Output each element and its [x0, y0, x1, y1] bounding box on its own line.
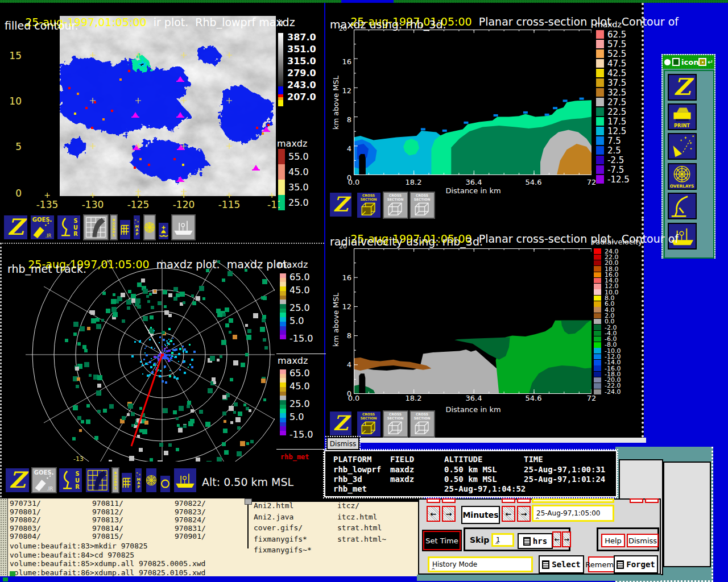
- bounds-button[interactable]: BOUNDS: [111, 467, 119, 493]
- x-tick-label: 36.4: [460, 178, 488, 186]
- clipped-button[interactable]: [427, 498, 440, 503]
- zebra-logo-button[interactable]: Z: [668, 74, 697, 101]
- svg-text:P: P: [135, 232, 138, 236]
- map-button[interactable]: MAP: [134, 467, 143, 493]
- svg-text:GOES: GOES: [32, 217, 50, 223]
- zebra-logo-button[interactable]: Z: [5, 467, 30, 493]
- ship-button[interactable]: [171, 214, 196, 240]
- cross-section-button[interactable]: CROSSSECTION: [383, 410, 408, 438]
- clipped-button[interactable]: [630, 498, 643, 503]
- terminal-line: volume:beaufait:85>xdump.all 970825.0005…: [10, 559, 205, 568]
- circle-button[interactable]: [159, 475, 171, 493]
- step-back-button[interactable]: ←: [552, 531, 561, 547]
- plot-title-line2: filled contour.: [5, 19, 78, 32]
- satellite-button[interactable]: [668, 133, 697, 160]
- minutes-button[interactable]: Minutes: [461, 506, 500, 524]
- table-cell: 25-Aug-97,1:01:24: [524, 475, 621, 484]
- cross-section-button[interactable]: CROSSSECTION: [410, 192, 435, 219]
- cross-section-button[interactable]: CROSSSECTION: [356, 410, 382, 438]
- terminal-window[interactable]: 970731/970811/970822/970801/970812/97082…: [0, 497, 423, 576]
- colorbar-label: 57.5: [607, 39, 626, 49]
- satellite-icon: [669, 134, 696, 159]
- clipped-button[interactable]: [645, 498, 659, 503]
- goes-ir-button[interactable]: GOES.IR: [30, 214, 55, 240]
- cross-section-plot[interactable]: [354, 248, 592, 396]
- clipped-button[interactable]: [442, 498, 456, 503]
- polar-grid-icon: [146, 468, 156, 492]
- map-button[interactable]: MAP: [133, 214, 141, 240]
- axis-cross-mark: +: [179, 190, 188, 199]
- polar-grid-button[interactable]: [145, 467, 158, 493]
- bounds-icon: BOUNDS: [111, 215, 117, 239]
- zebra-logo-button[interactable]: Z: [329, 410, 353, 436]
- clipped-field[interactable]: [532, 498, 614, 503]
- table-dismiss-button[interactable]: Dismiss: [326, 437, 359, 450]
- step-forward-button[interactable]: →: [517, 506, 531, 522]
- step-forward-button[interactable]: →: [442, 506, 456, 522]
- colorbar-chip: [594, 360, 601, 365]
- radar-dish-button[interactable]: [668, 193, 697, 219]
- radar-grid-button[interactable]: [83, 214, 109, 240]
- colorbar-entry: 27.5: [596, 97, 630, 107]
- colorbar-chip: [594, 331, 601, 336]
- altitude-label: Alt: 0.50 km MSL: [202, 476, 293, 488]
- desktop-strip: [417, 575, 661, 581]
- terminal-scrollbar[interactable]: [0, 498, 8, 577]
- colorbar-chip: [594, 372, 601, 377]
- left-arrow-icon: ←: [431, 510, 437, 518]
- colorbar-chip: [596, 156, 604, 164]
- resize-handle[interactable]: [245, 498, 252, 505]
- colorbar-label: 5.0: [289, 411, 304, 422]
- zebra-logo-button[interactable]: Z: [329, 192, 353, 218]
- hrs-menu-button[interactable]: hrs: [518, 533, 553, 549]
- hrs-label: hrs: [533, 537, 547, 546]
- colorbar-label: 45.0: [288, 167, 309, 177]
- forget-menu-button[interactable]: Forget: [614, 555, 658, 573]
- buoy-button[interactable]: [158, 222, 169, 240]
- polar-grid-button[interactable]: [143, 214, 156, 240]
- goes-ir-icon: GOES.IR: [31, 215, 54, 239]
- grid-button[interactable]: [119, 219, 131, 240]
- terminal-line: volume:beaufait:86>xdump.all 970825.0105…: [10, 568, 205, 577]
- right-arrow-icon: →: [521, 510, 527, 518]
- colorbar-chip: [280, 431, 286, 435]
- cross-section-button[interactable]: CROSSSECTION: [383, 192, 408, 219]
- set-time-button[interactable]: Set Time: [422, 530, 462, 551]
- sur-radar-button[interactable]: SUR: [58, 467, 83, 493]
- zebra-logo-button[interactable]: Z: [3, 214, 28, 240]
- help-button[interactable]: Help: [601, 534, 625, 547]
- ir-satellite-image[interactable]: [60, 16, 276, 196]
- table-cell: maxdz: [390, 475, 444, 484]
- dismiss-button[interactable]: Dismiss: [627, 534, 659, 547]
- skip-input[interactable]: 1^: [491, 533, 514, 547]
- x-tick-label: 72: [577, 394, 606, 402]
- clipped-button[interactable]: [517, 498, 531, 503]
- print-button[interactable]: PRINT: [668, 103, 697, 130]
- svg-text:R: R: [73, 231, 78, 237]
- step-back-button[interactable]: ←: [502, 506, 515, 522]
- ship-button[interactable]: [173, 467, 197, 493]
- step-back-button[interactable]: ←: [427, 506, 440, 522]
- cross-section-button[interactable]: CROSSSECTION: [410, 410, 435, 438]
- table-cell: TIME: [524, 455, 621, 464]
- select-menu-button[interactable]: Select: [539, 555, 584, 573]
- colorbar-label: -15.0: [289, 429, 313, 440]
- sur-radar-button[interactable]: SUR: [56, 214, 81, 240]
- goes-ir-button[interactable]: GOES.IR: [31, 467, 57, 493]
- radar-ppi-plot[interactable]: [2, 260, 275, 462]
- table-cell: 25-Aug-97,1:00:31: [524, 465, 621, 474]
- overlays-button[interactable]: OVERLAYS: [668, 163, 697, 190]
- svg-text:S: S: [114, 487, 117, 490]
- table-row: PLATFORMFIELDALTITUDETIME: [333, 454, 621, 464]
- clipped-button[interactable]: [502, 498, 515, 503]
- colorbar-chip: [596, 88, 604, 97]
- svg-text:SECTION: SECTION: [414, 417, 431, 420]
- grid-button[interactable]: [121, 472, 133, 493]
- cross-section-button[interactable]: CROSSSECTION: [356, 192, 382, 219]
- cross-section-plot[interactable]: [354, 30, 592, 177]
- radar-grid-button[interactable]: [85, 467, 110, 493]
- step-forward-button[interactable]: →: [562, 531, 571, 547]
- time-input[interactable]: 25-Aug-97,1:05:00^: [532, 505, 614, 522]
- history-mode-field[interactable]: History Mode^: [428, 556, 533, 572]
- bounds-button[interactable]: BOUNDS: [110, 214, 118, 240]
